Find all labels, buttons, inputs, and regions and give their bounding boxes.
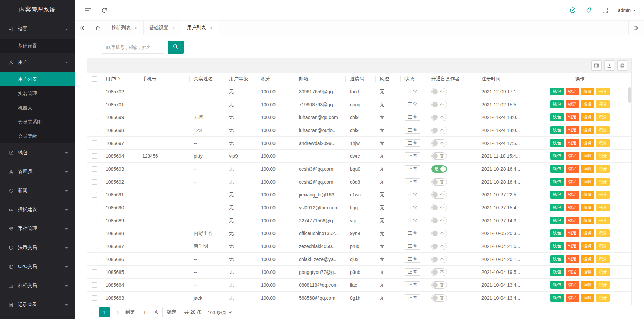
blindbox-toggle[interactable]: 是: [431, 165, 447, 173]
wallet-button[interactable]: 钱包: [550, 152, 564, 160]
row-checkbox[interactable]: [92, 205, 97, 210]
lock-button[interactable]: 锁定: [566, 204, 579, 211]
close-icon[interactable]: [172, 26, 175, 30]
edit-button[interactable]: 编辑: [581, 100, 594, 108]
wallet-button[interactable]: 钱包: [550, 204, 564, 211]
score-button[interactable]: 积分: [596, 217, 610, 224]
wallet-button[interactable]: 钱包: [550, 191, 564, 199]
sidebar-subitem[interactable]: 会员等级: [0, 129, 75, 143]
column-header-blindbox[interactable]: 开通盲盒作者: [427, 73, 477, 85]
row-checkbox[interactable]: [92, 89, 97, 94]
lock-button[interactable]: 锁定: [566, 229, 579, 237]
row-checkbox[interactable]: [92, 192, 97, 198]
sidebar-section-header[interactable]: 杠杆交易: [0, 276, 75, 295]
theme-tag-icon[interactable]: [584, 5, 594, 15]
close-icon[interactable]: [134, 26, 137, 30]
current-page[interactable]: 1: [99, 307, 110, 317]
tab-item[interactable]: 用户列表: [181, 21, 219, 35]
row-checkbox[interactable]: [92, 115, 97, 120]
wallet-button[interactable]: 钱包: [550, 255, 564, 263]
score-button[interactable]: 积分: [596, 255, 610, 263]
edit-button[interactable]: 编辑: [581, 152, 594, 160]
wallet-button[interactable]: 钱包: [550, 113, 564, 121]
blindbox-toggle[interactable]: 否: [431, 101, 447, 108]
edit-button[interactable]: 编辑: [581, 204, 594, 211]
blindbox-toggle[interactable]: 否: [431, 217, 447, 224]
edit-button[interactable]: 编辑: [581, 294, 594, 302]
row-checkbox[interactable]: [92, 128, 97, 133]
column-header-level[interactable]: 用户等级: [225, 73, 257, 85]
wallet-button[interactable]: 钱包: [550, 229, 564, 237]
search-button[interactable]: [168, 41, 184, 54]
score-button[interactable]: 积分: [596, 88, 610, 95]
lock-button[interactable]: 锁定: [566, 100, 579, 108]
edit-button[interactable]: 编辑: [581, 165, 594, 173]
blindbox-toggle[interactable]: 否: [431, 152, 447, 160]
score-button[interactable]: 积分: [596, 268, 610, 276]
row-checkbox[interactable]: [92, 244, 97, 249]
blindbox-toggle[interactable]: 否: [431, 191, 447, 199]
column-header-real-name[interactable]: 真实姓名: [190, 73, 225, 85]
sidebar-subitem[interactable]: 实名管理: [0, 86, 75, 100]
wallet-button[interactable]: 钱包: [550, 217, 564, 224]
print-icon[interactable]: [617, 60, 627, 71]
edit-button[interactable]: 编辑: [581, 268, 594, 276]
score-button[interactable]: 积分: [596, 281, 610, 289]
score-button[interactable]: 积分: [596, 126, 610, 134]
edit-button[interactable]: 编辑: [581, 217, 594, 224]
score-button[interactable]: 积分: [596, 242, 610, 250]
blindbox-toggle[interactable]: 否: [431, 268, 447, 276]
lock-button[interactable]: 锁定: [566, 165, 579, 173]
row-checkbox[interactable]: [92, 179, 97, 185]
lock-button[interactable]: 锁定: [566, 281, 579, 289]
lock-button[interactable]: 锁定: [566, 178, 579, 186]
score-button[interactable]: 积分: [596, 152, 610, 160]
lock-button[interactable]: 锁定: [566, 88, 579, 95]
lock-button[interactable]: 锁定: [566, 126, 579, 134]
sidebar-section-header[interactable]: 币种管理: [0, 219, 75, 238]
tab-item[interactable]: 基础设置: [144, 21, 181, 35]
row-checkbox[interactable]: [92, 218, 97, 223]
grid-icon[interactable]: [591, 60, 602, 71]
column-header-register-time[interactable]: 注册时间: [477, 73, 528, 85]
refresh-icon[interactable]: [99, 5, 109, 15]
lock-button[interactable]: 锁定: [566, 152, 579, 160]
blindbox-toggle[interactable]: 否: [431, 88, 447, 95]
row-checkbox[interactable]: [92, 140, 97, 146]
row-checkbox[interactable]: [92, 231, 97, 236]
confirm-button[interactable]: 确定: [162, 307, 181, 317]
sidebar-section-header[interactable]: 用户: [0, 53, 75, 72]
edit-button[interactable]: 编辑: [581, 113, 594, 121]
column-header-phone[interactable]: 手机号: [138, 73, 190, 85]
row-checkbox[interactable]: [92, 295, 97, 301]
edit-button[interactable]: 编辑: [581, 88, 594, 95]
row-checkbox[interactable]: [92, 153, 97, 159]
table-scrollbar[interactable]: [628, 87, 631, 103]
row-checkbox[interactable]: [92, 257, 97, 262]
edit-button[interactable]: 编辑: [581, 242, 594, 250]
sidebar-section-header[interactable]: C2C交易: [0, 257, 75, 276]
edit-button[interactable]: 编辑: [581, 281, 594, 289]
column-header-points[interactable]: 积分: [257, 73, 295, 85]
score-button[interactable]: 积分: [596, 178, 610, 186]
sidebar-section-header[interactable]: 钱包: [0, 143, 75, 162]
column-header-status[interactable]: 状态: [401, 73, 427, 85]
lock-button[interactable]: 锁定: [566, 217, 579, 224]
row-checkbox[interactable]: [92, 102, 97, 107]
clear-cache-icon[interactable]: [568, 5, 578, 15]
wallet-button[interactable]: 钱包: [550, 242, 564, 250]
sidebar-subitem[interactable]: 会员关系图: [0, 115, 75, 129]
lock-button[interactable]: 锁定: [566, 294, 579, 302]
wallet-button[interactable]: 钱包: [550, 88, 564, 95]
lock-button[interactable]: 锁定: [566, 139, 579, 147]
sidebar-section-header[interactable]: 设置: [0, 20, 75, 39]
blindbox-toggle[interactable]: 否: [431, 243, 447, 250]
lock-button[interactable]: 锁定: [566, 113, 579, 121]
edit-button[interactable]: 编辑: [581, 229, 594, 237]
close-icon[interactable]: [210, 26, 213, 30]
score-button[interactable]: 积分: [596, 100, 610, 108]
sidebar-subitem[interactable]: 基础设置: [0, 39, 75, 53]
blindbox-toggle[interactable]: 否: [431, 204, 447, 211]
blindbox-toggle[interactable]: 否: [431, 256, 447, 263]
lock-button[interactable]: 锁定: [566, 255, 579, 263]
